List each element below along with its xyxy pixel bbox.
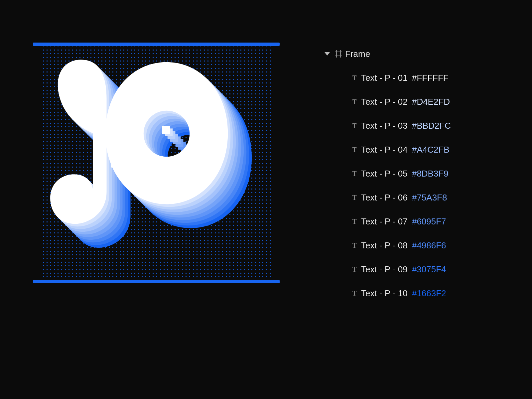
text-icon: T	[352, 242, 356, 249]
glyph-layer-01	[47, 50, 226, 237]
layer-hex: #6095F7	[412, 217, 446, 226]
layer-hex: #8DB3F9	[412, 169, 449, 178]
layer-row-text-02[interactable]: TText - P - 02 #D4E2FD	[323, 94, 509, 109]
layer-row-frame[interactable]: Frame	[323, 47, 509, 61]
layer-row-text-06[interactable]: TText - P - 06 #75A3F8	[323, 190, 509, 205]
layer-hex: #BBD2FC	[412, 121, 451, 130]
layer-row-text-01[interactable]: TText - P - 01 #FFFFFF	[323, 70, 509, 85]
text-icon: T	[352, 194, 356, 201]
expand-toggle[interactable]	[323, 52, 332, 56]
layer-row-text-05[interactable]: TText - P - 05 #8DB3F9	[323, 166, 509, 181]
layers-panel: Frame TText - P - 01 #FFFFFFTText - P - …	[323, 47, 509, 310]
layer-name: Text - P - 10	[361, 289, 410, 298]
layer-row-text-08[interactable]: TText - P - 08 #4986F6	[323, 238, 509, 253]
text-icon: T	[352, 266, 356, 273]
layer-name: Text - P - 01	[361, 73, 410, 82]
layer-hex: #1663F2	[412, 289, 446, 298]
text-icon: T	[352, 146, 356, 153]
layer-hex: #FFFFFF	[412, 73, 449, 82]
layer-hex: #A4C2FB	[412, 145, 450, 154]
layer-row-text-09[interactable]: TText - P - 09 #3075F4	[323, 262, 509, 277]
chevron-down-icon	[325, 52, 330, 56]
layer-name: Text - P - 08	[361, 241, 410, 250]
layer-name: Text - P - 05	[361, 169, 410, 178]
layer-name: Text - P - 09	[361, 265, 410, 274]
layer-row-text-07[interactable]: TText - P - 07 #6095F7	[323, 214, 509, 229]
layer-name: Text - P - 04	[361, 145, 410, 154]
layer-hex: #D4E2FD	[412, 97, 450, 106]
selection-edge-bottom	[35, 280, 278, 283]
layer-name: Text - P - 07	[361, 217, 410, 226]
layer-hex: #4986F6	[412, 241, 446, 250]
text-icon: T	[352, 170, 356, 177]
layer-row-text-10[interactable]: TText - P - 10 #1663F2	[323, 286, 509, 301]
layer-name: Text - P - 02	[361, 97, 410, 106]
frame-name: Frame	[345, 50, 370, 58]
text-icon: T	[352, 98, 356, 105]
text-icon: T	[352, 74, 356, 81]
layer-name: Text - P - 06	[361, 193, 410, 202]
frame-icon	[332, 50, 345, 58]
layer-name: Text - P - 03	[361, 121, 410, 130]
layer-hex: #3075F4	[412, 265, 446, 274]
text-icon: T	[352, 218, 356, 225]
canvas-selected-frame[interactable]	[40, 47, 273, 279]
layer-row-text-03[interactable]: TText - P - 03 #BBD2FC	[323, 118, 509, 133]
layer-row-text-04[interactable]: TText - P - 04 #A4C2FB	[323, 142, 509, 157]
text-icon: T	[352, 122, 356, 129]
selection-edge-top	[35, 43, 278, 46]
text-icon: T	[352, 290, 356, 297]
layer-hex: #75A3F8	[412, 193, 447, 202]
